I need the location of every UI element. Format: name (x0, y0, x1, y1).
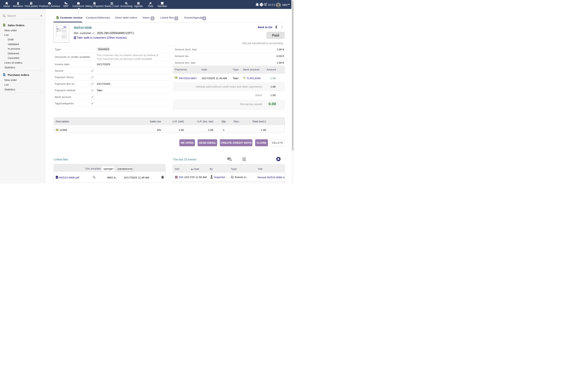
svg-text:$: $ (94, 3, 95, 4)
svg-text:?: ? (265, 3, 266, 6)
svg-text:$: $ (175, 77, 176, 78)
svg-text:A: A (56, 176, 57, 178)
svg-text:$: $ (57, 17, 58, 19)
